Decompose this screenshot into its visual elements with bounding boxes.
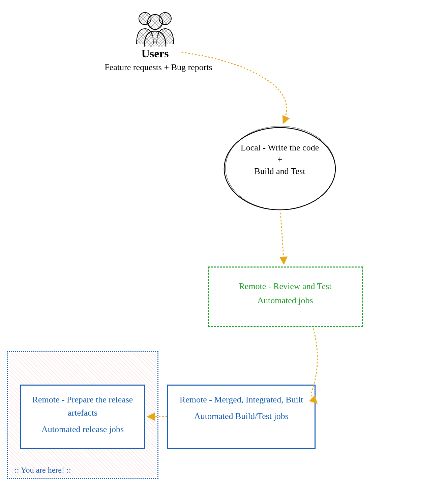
remote-prepare-line1: Remote - Prepare the release artefacts [21,393,144,419]
local-node-text: Local - Write the code + Build and Test [236,142,324,177]
remote-merged-line2: Automated Build/Test jobs [168,410,315,423]
local-line2: + [236,153,324,165]
svg-point-2 [148,15,162,29]
remote-review-line1: Remote - Review and Test [209,279,362,293]
remote-prepare-node: Remote - Prepare the release artefacts A… [20,385,145,449]
users-icon [128,7,182,47]
local-line3: Build and Test [236,165,324,177]
remote-merged-node: Remote - Merged, Integrated, Built Autom… [167,385,316,449]
you-are-here-label: :: You are here! :: [14,466,71,475]
users-subtitle: Feature requests + Bug reports [88,62,229,73]
arrow-local-to-review [280,213,284,264]
remote-review-line2: Automated jobs [209,293,362,308]
users-title: Users [128,47,182,60]
local-line1: Local - Write the code [236,142,324,153]
remote-prepare-line2: Automated release jobs [21,423,144,436]
remote-merged-line1: Remote - Merged, Integrated, Built [168,393,315,406]
diagram-canvas: Users Feature requests + Bug reports Loc… [0,0,446,504]
remote-review-node: Remote - Review and Test Automated jobs [208,267,363,327]
